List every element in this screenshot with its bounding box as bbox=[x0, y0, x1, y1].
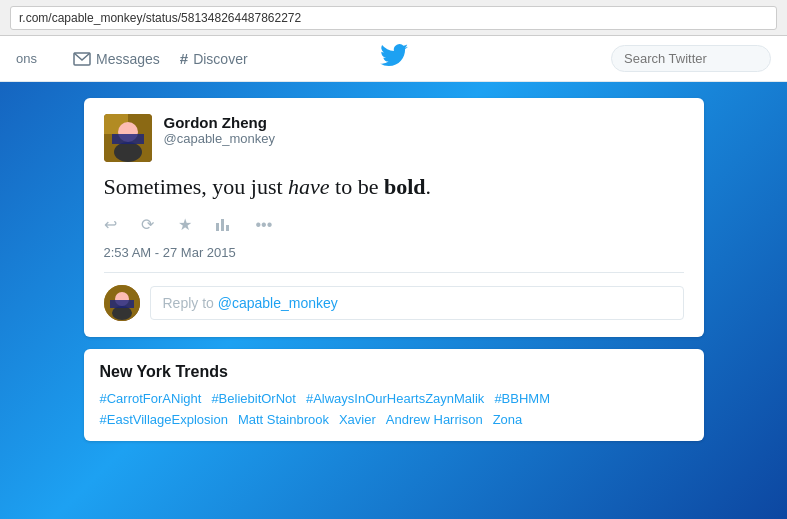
trend-item[interactable]: Xavier bbox=[339, 412, 376, 427]
trend-item[interactable]: #BBHMM bbox=[494, 391, 550, 406]
reply-area: Reply to @capable_monkey bbox=[104, 285, 684, 321]
trend-item[interactable]: #AlwaysInOurHeartsZaynMalik bbox=[306, 391, 484, 406]
messages-label: Messages bbox=[96, 51, 160, 67]
reply-mention: @capable_monkey bbox=[218, 295, 338, 311]
username: @capable_monkey bbox=[164, 131, 275, 146]
reply-avatar bbox=[104, 285, 140, 321]
stats-action-icon[interactable] bbox=[216, 215, 232, 235]
trend-item[interactable]: #BeliebitOrNot bbox=[211, 391, 296, 406]
tweet-card: Gordon Zheng @capable_monkey Sometimes, … bbox=[84, 98, 704, 337]
tweet-timestamp: 2:53 AM - 27 Mar 2015 bbox=[104, 245, 684, 273]
tweet-text-prefix: Sometimes, you just bbox=[104, 174, 289, 199]
nav-center bbox=[380, 44, 408, 74]
nav-right bbox=[611, 45, 771, 72]
tweet-actions: ↩ ⟳ ★ ••• bbox=[104, 215, 684, 235]
url-text: r.com/capable_monkey/status/581348264487… bbox=[19, 11, 301, 25]
envelope-icon bbox=[73, 52, 91, 66]
svg-point-4 bbox=[114, 142, 142, 162]
twitter-nav: ons Messages # Discover bbox=[0, 36, 787, 82]
trends-row: #CarrotForANight#BeliebitOrNot#AlwaysInO… bbox=[100, 391, 688, 427]
reply-action-icon[interactable]: ↩ bbox=[104, 215, 117, 234]
like-action-icon[interactable]: ★ bbox=[178, 215, 192, 234]
hash-icon: # bbox=[180, 50, 188, 67]
user-info: Gordon Zheng @capable_monkey bbox=[164, 114, 275, 146]
svg-rect-6 bbox=[216, 223, 219, 231]
retweet-action-icon[interactable]: ⟳ bbox=[141, 215, 154, 234]
trend-item[interactable]: Matt Stainbrook bbox=[238, 412, 329, 427]
tweet-text-suffix: . bbox=[426, 174, 432, 199]
trend-item[interactable]: Zona bbox=[493, 412, 523, 427]
tweet-text-italic: have bbox=[288, 174, 330, 199]
tweet-text-bold: bold bbox=[384, 174, 426, 199]
svg-rect-5 bbox=[112, 134, 144, 144]
reply-input[interactable]: Reply to @capable_monkey bbox=[150, 286, 684, 320]
nav-partial-text: ons bbox=[16, 51, 37, 66]
display-name: Gordon Zheng bbox=[164, 114, 275, 131]
avatar bbox=[104, 114, 152, 162]
twitter-logo bbox=[380, 48, 408, 73]
trend-item[interactable]: #CarrotForANight bbox=[100, 391, 202, 406]
trend-item[interactable]: #EastVillageExplosion bbox=[100, 412, 228, 427]
nav-left: ons Messages # Discover bbox=[16, 50, 611, 67]
trends-card: New York Trends #CarrotForANight#Beliebi… bbox=[84, 349, 704, 441]
twitter-background: Gordon Zheng @capable_monkey Sometimes, … bbox=[0, 82, 787, 519]
avatar-image bbox=[104, 114, 152, 162]
reply-placeholder-text: Reply to bbox=[163, 295, 218, 311]
browser-chrome: r.com/capable_monkey/status/581348264487… bbox=[0, 0, 787, 36]
more-action-icon[interactable]: ••• bbox=[256, 216, 273, 234]
nav-messages-item[interactable]: Messages bbox=[73, 51, 160, 67]
svg-rect-12 bbox=[110, 300, 134, 308]
nav-discover-item[interactable]: # Discover bbox=[180, 50, 248, 67]
search-input[interactable] bbox=[611, 45, 771, 72]
svg-point-11 bbox=[112, 306, 132, 320]
address-bar[interactable]: r.com/capable_monkey/status/581348264487… bbox=[10, 6, 777, 30]
trend-item[interactable]: Andrew Harrison bbox=[386, 412, 483, 427]
tweet-text: Sometimes, you just have to be bold. bbox=[104, 172, 684, 203]
discover-label: Discover bbox=[193, 51, 247, 67]
svg-rect-8 bbox=[226, 225, 229, 231]
svg-rect-7 bbox=[221, 219, 224, 231]
trends-title: New York Trends bbox=[100, 363, 688, 381]
tweet-header: Gordon Zheng @capable_monkey bbox=[104, 114, 684, 162]
tweet-text-middle: to be bbox=[330, 174, 384, 199]
